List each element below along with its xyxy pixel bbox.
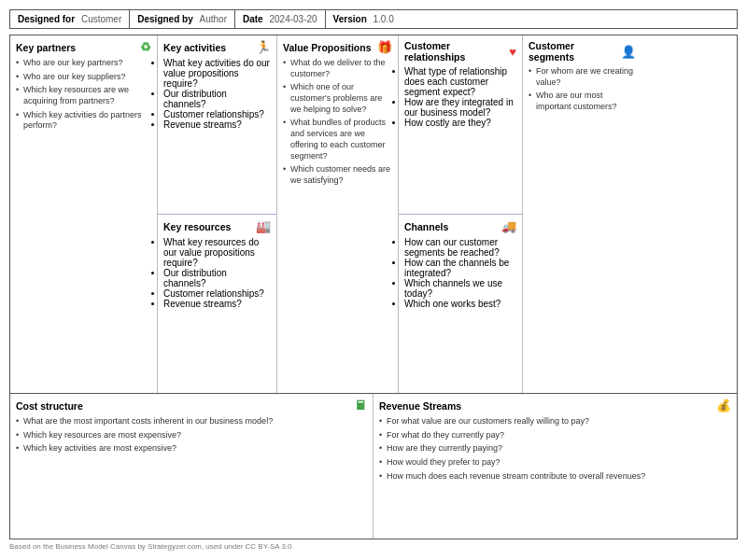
key-resources-section: Key resources 🏭 What key resources do ou…: [158, 215, 276, 393]
list-item: How costly are they?: [404, 118, 516, 128]
money-icon: 💰: [716, 399, 731, 413]
channels-section: Channels 🚚 How can our customer segments…: [399, 215, 522, 393]
version-cell: Version 1.0.0: [326, 10, 402, 28]
channels-title: Channels 🚚: [404, 219, 516, 233]
list-item: What key resources do our value proposit…: [163, 237, 271, 268]
revenue-streams-title: Revenue Streams 💰: [379, 399, 731, 413]
list-item: Which customer needs are we satisfying?: [283, 164, 392, 186]
cost-structure-section: Cost structure 🖩 What are the most impor…: [10, 394, 374, 539]
designed-for-value: Customer: [81, 14, 121, 24]
recycle-icon: ♻: [140, 40, 151, 54]
customer-segments-list: For whom are we creating value? Who are …: [529, 66, 636, 116]
key-activities-section: Key activities 🏃 What key activities do …: [158, 35, 276, 215]
list-item: What are the most important costs inhere…: [16, 416, 367, 427]
header-row: Designed for Customer Designed by Author…: [9, 9, 738, 29]
list-item: What key activities do our value proposi…: [163, 58, 271, 89]
list-item: What bundles of products and services ar…: [283, 118, 392, 161]
list-item: Who are our key suppliers?: [16, 72, 151, 83]
canvas-main: Key partners ♻ Who are our key partners?…: [10, 35, 737, 394]
list-item: How are they currently paying?: [379, 443, 731, 455]
designed-by-cell: Designed by Author: [130, 10, 235, 28]
value-propositions-title: Value Propositions 🎁: [283, 40, 392, 54]
list-item: Customer relationships?: [163, 109, 271, 119]
customer-relationships-list: What type of relationship does each cust…: [404, 66, 516, 128]
date-value: 2024-03-20: [269, 14, 317, 24]
key-activities-title: Key activities 🏃: [163, 40, 271, 54]
crm-channels-col: Customer relationships ♥ What type of re…: [399, 35, 523, 393]
person-run-icon: 🏃: [256, 40, 271, 54]
list-item: How would they prefer to pay?: [379, 457, 731, 469]
revenue-streams-section: Revenue Streams 💰 For what value are our…: [374, 394, 737, 539]
canvas-bottom: Cost structure 🖩 What are the most impor…: [10, 394, 737, 539]
truck-icon: 🚚: [501, 219, 516, 233]
list-item: Which key resources are most expensive?: [16, 430, 367, 441]
list-item: For what value are our customers really …: [379, 416, 731, 427]
activities-resources-col: Key activities 🏃 What key activities do …: [158, 35, 277, 393]
list-item: Which key activities are most expensive?: [16, 443, 367, 455]
list-item: Customer relationships?: [163, 288, 271, 299]
customer-segments-title: Customer segments 👤: [529, 40, 636, 63]
revenue-streams-list: For what value are our customers really …: [379, 416, 731, 484]
list-item: For whom are we creating value?: [529, 66, 636, 88]
key-resources-title: Key resources 🏭: [163, 219, 271, 233]
designed-for-cell: Designed for Customer: [10, 10, 130, 28]
list-item: Our distribution channels?: [163, 268, 271, 288]
cost-structure-title: Cost structure 🖩: [16, 399, 367, 413]
customer-relationships-title: Customer relationships ♥: [404, 40, 516, 63]
version-value: 1.0.0: [374, 14, 394, 24]
list-item: How can our customer segments be reached…: [404, 237, 516, 258]
designed-by-label: Designed by: [137, 14, 192, 24]
list-item: Which key activities do partners perform…: [16, 110, 151, 132]
list-item: How are they integrated in our business …: [404, 97, 516, 118]
list-item: How much does each revenue stream contri…: [379, 471, 731, 483]
list-item: Revenue streams?: [163, 299, 271, 309]
value-propositions-section: Value Propositions 🎁 What do we deliver …: [277, 35, 399, 393]
list-item: What do we deliver to the customer?: [283, 58, 392, 79]
factory-icon: 🏭: [256, 219, 271, 233]
heart-icon: ♥: [509, 45, 516, 59]
list-item: What type of relationship does each cust…: [404, 66, 516, 97]
list-item: For what do they currently pay?: [379, 430, 731, 441]
list-item: Which one works best?: [404, 299, 516, 309]
person-icon: 👤: [621, 45, 636, 59]
key-resources-list: What key resources do our value proposit…: [163, 237, 271, 309]
date-cell: Date 2024-03-20: [235, 10, 326, 28]
list-item: Who are our most important customers?: [529, 91, 636, 112]
list-item: How can the channels be integrated?: [404, 258, 516, 278]
list-item: Revenue streams?: [163, 119, 271, 130]
designed-by-value: Author: [200, 14, 227, 24]
date-label: Date: [243, 14, 263, 24]
value-propositions-list: What do we deliver to the customer? Whic…: [283, 58, 392, 189]
page: Designed for Customer Designed by Author…: [0, 0, 747, 560]
list-item: Who are our key partners?: [16, 58, 151, 69]
customer-segments-section: Customer segments 👤 For whom are we crea…: [523, 35, 641, 393]
version-label: Version: [333, 14, 367, 24]
customer-relationships-section: Customer relationships ♥ What type of re…: [399, 35, 522, 215]
footer: Based on the Business Model Canvas by St…: [9, 539, 738, 551]
gift-icon: 🎁: [377, 40, 392, 54]
key-partners-title: Key partners ♻: [16, 40, 151, 54]
list-item: Which one of our customer's problems are…: [283, 82, 392, 115]
key-partners-list: Who are our key partners? Who are our ke…: [16, 58, 151, 134]
list-item: Which channels we use today?: [404, 278, 516, 299]
calculator-icon: 🖩: [355, 399, 367, 413]
business-model-canvas: Key partners ♻ Who are our key partners?…: [9, 35, 738, 539]
list-item: Our distribution channels?: [163, 89, 271, 109]
key-partners-section: Key partners ♻ Who are our key partners?…: [10, 35, 158, 393]
key-activities-list: What key activities do our value proposi…: [163, 58, 271, 130]
channels-list: How can our customer segments be reached…: [404, 237, 516, 309]
designed-for-label: Designed for: [18, 14, 75, 24]
list-item: Which key resources are we acquiring fro…: [16, 85, 151, 106]
cost-structure-list: What are the most important costs inhere…: [16, 416, 367, 457]
